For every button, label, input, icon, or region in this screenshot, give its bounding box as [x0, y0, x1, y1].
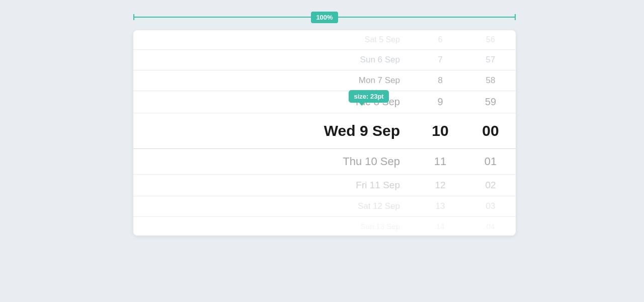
table-row: Sun 13 Sep 14 04 [133, 217, 516, 236]
table-row: Thu 10 Sep 11 01 [133, 149, 516, 175]
width-indicator: 100% [133, 10, 516, 24]
width-badge: 100% [311, 12, 338, 23]
picker-card[interactable]: Sat 5 Sep 6 56 Sun 6 Sep 7 57 Mon 7 Sep … [133, 30, 516, 236]
hour-cell: 9 [415, 91, 465, 113]
minute-cell: 56 [465, 30, 516, 50]
date-cell: Thu 10 Sep [133, 149, 415, 175]
size-tooltip: size: 23pt [349, 90, 388, 103]
hour-cell: 14 [415, 217, 465, 236]
minute-cell: 02 [465, 175, 516, 196]
minute-cell: 01 [465, 149, 516, 175]
table-row: Sat 5 Sep 6 56 [133, 30, 516, 50]
date-cell: Sun 13 Sep [133, 217, 415, 236]
hour-cell: 8 [415, 70, 465, 91]
minute-cell: 04 [465, 217, 516, 236]
table-row: Fri 11 Sep 12 02 [133, 175, 516, 196]
table-row: size: 23pt Tue 8 Sep 9 59 [133, 91, 516, 113]
hour-cell: 12 [415, 175, 465, 196]
table-row: Sun 6 Sep 7 57 [133, 50, 516, 70]
hour-cell: 7 [415, 50, 465, 70]
picker-table: Sat 5 Sep 6 56 Sun 6 Sep 7 57 Mon 7 Sep … [133, 30, 516, 236]
minute-cell: 59 [465, 91, 516, 113]
main-container: 100% Sat 5 Sep 6 56 Sun 6 Sep 7 57 M [133, 10, 516, 236]
date-cell: Fri 11 Sep [133, 175, 415, 196]
table-row: Mon 7 Sep 8 58 [133, 70, 516, 91]
minute-cell: 03 [465, 196, 516, 217]
selected-row: Wed 9 Sep 10 00 [133, 113, 516, 149]
date-cell: Mon 7 Sep [133, 70, 415, 91]
minute-cell: 58 [465, 70, 516, 91]
hour-cell: 6 [415, 30, 465, 50]
hour-cell: 11 [415, 149, 465, 175]
date-cell: Sat 12 Sep [133, 196, 415, 217]
table-row: Sat 12 Sep 13 03 [133, 196, 516, 217]
selected-minute-cell: 00 [465, 113, 516, 149]
date-cell: size: 23pt Tue 8 Sep [133, 91, 415, 113]
minute-cell: 57 [465, 50, 516, 70]
selected-date-cell: Wed 9 Sep [133, 113, 415, 149]
hour-cell: 13 [415, 196, 465, 217]
date-cell: Sat 5 Sep [133, 30, 415, 50]
date-cell: Sun 6 Sep [133, 50, 415, 70]
selected-hour-cell: 10 [415, 113, 465, 149]
